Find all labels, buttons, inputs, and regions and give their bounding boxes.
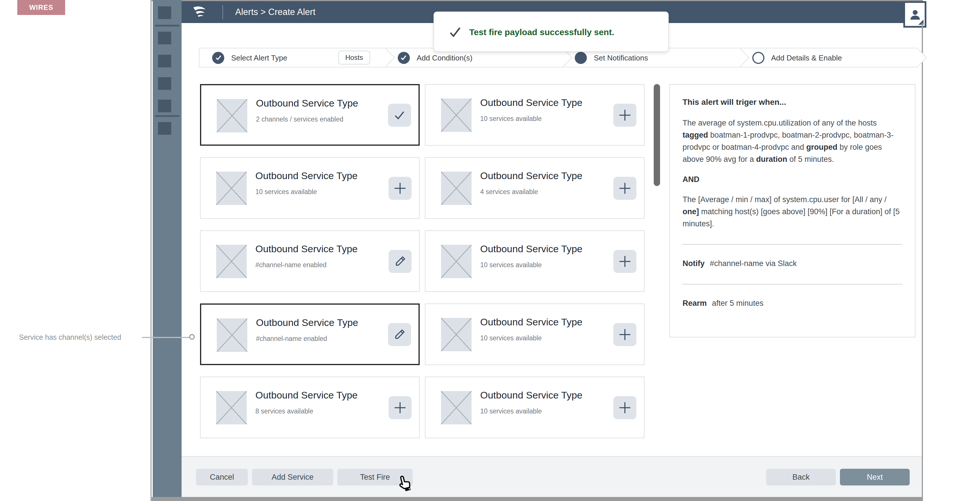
summary-and-label: AND <box>682 175 700 184</box>
service-card[interactable]: Outbound Service Type #channel-name enab… <box>200 303 420 365</box>
edit-button[interactable] <box>388 250 412 273</box>
plus-button[interactable] <box>613 323 636 346</box>
plus-button[interactable] <box>388 176 412 200</box>
image-placeholder <box>216 171 247 205</box>
service-card[interactable]: Outbound Service Type 4 services availab… <box>425 157 644 219</box>
service-card-title: Outbound Service Type <box>480 170 582 182</box>
plus-button[interactable] <box>613 103 636 127</box>
plus-button[interactable] <box>388 396 412 419</box>
service-card-title: Outbound Service Type <box>255 390 358 401</box>
service-card[interactable]: Outbound Service Type 10 services availa… <box>200 157 420 219</box>
pencil-icon <box>394 255 406 267</box>
check-icon <box>449 25 462 38</box>
sidebar-divider <box>155 25 179 27</box>
header-divider <box>223 5 223 19</box>
plus-button[interactable] <box>613 176 636 200</box>
add-service-button[interactable]: Add Service <box>252 468 333 485</box>
service-card-subtitle: 10 services available <box>480 115 542 122</box>
frame-left-border <box>150 0 152 501</box>
annotation-connector-dot <box>189 334 195 340</box>
wireframe-stage: WIRES Alerts > Create Alert <box>0 0 980 501</box>
step-label: Add Details & Enable <box>771 53 842 62</box>
solarwinds-logo-icon <box>191 4 207 20</box>
sidebar-nav-icon-placeholder[interactable] <box>158 6 171 19</box>
summary-heading: This alert will triger when... <box>682 96 902 108</box>
stepper-step[interactable]: Select Alert Type Hosts <box>199 48 385 67</box>
scrollbar-thumb[interactable] <box>654 84 660 186</box>
plus-button[interactable] <box>613 396 636 419</box>
next-button[interactable]: Next <box>840 468 910 485</box>
image-placeholder <box>216 245 247 278</box>
image-placeholder <box>216 391 247 425</box>
service-card-subtitle: 2 channels / services enabled <box>256 116 343 123</box>
image-placeholder <box>217 319 247 352</box>
frame-bottom-bar <box>152 497 923 501</box>
sidebar-nav-icon-placeholder[interactable] <box>158 122 171 135</box>
notify-label: Notify <box>682 259 705 268</box>
summary-divider <box>682 244 902 245</box>
service-card[interactable]: Outbound Service Type #channel-name enab… <box>200 230 420 292</box>
plus-icon <box>618 327 632 341</box>
step-status-icon <box>398 52 410 63</box>
plus-button[interactable] <box>613 250 636 273</box>
plus-icon <box>393 181 407 195</box>
plus-icon <box>393 401 407 414</box>
service-card[interactable]: Outbound Service Type 2 channels / servi… <box>200 84 420 146</box>
back-button[interactable]: Back <box>766 468 836 485</box>
footer-action-bar: Cancel Add Service Test Fire Back Next <box>181 456 922 497</box>
service-card-subtitle: #channel-name enabled <box>255 262 326 268</box>
sidebar-nav <box>153 0 181 501</box>
service-card-title: Outbound Service Type <box>255 244 358 255</box>
summary-condition-1: The average of system.cpu.utilization of… <box>682 117 902 165</box>
service-card[interactable]: Outbound Service Type 10 services availa… <box>425 230 644 292</box>
annotation-text: Service has channel(s) selected <box>19 332 146 343</box>
service-card-subtitle: 10 services available <box>480 408 542 415</box>
step-chip[interactable]: Hosts <box>338 51 370 65</box>
rearm-label: Rearm <box>682 299 707 308</box>
cancel-button[interactable]: Cancel <box>196 468 248 485</box>
image-placeholder <box>441 318 472 351</box>
service-card[interactable]: Outbound Service Type 10 services availa… <box>425 303 644 365</box>
stepper-step[interactable]: Add Details & Enable <box>739 48 916 67</box>
service-card-subtitle: #channel-name enabled <box>256 335 327 342</box>
image-placeholder <box>441 245 472 278</box>
service-card[interactable]: Outbound Service Type 10 services availa… <box>425 377 644 438</box>
service-card-title: Outbound Service Type <box>480 97 582 109</box>
check-button[interactable] <box>388 103 411 127</box>
service-card-title: Outbound Service Type <box>256 98 358 109</box>
service-card[interactable]: Outbound Service Type 8 services availab… <box>200 377 420 438</box>
sidebar-nav-icon-placeholder[interactable] <box>158 55 171 67</box>
step-label: Set Notifications <box>594 53 648 62</box>
frame-right-border <box>922 23 923 497</box>
service-card-subtitle: 8 services available <box>255 408 313 415</box>
image-placeholder <box>441 171 472 205</box>
edit-button[interactable] <box>388 323 411 346</box>
sidebar-divider <box>155 115 179 117</box>
service-card-title: Outbound Service Type <box>480 244 582 255</box>
sidebar-nav-icon-placeholder[interactable] <box>158 77 171 90</box>
service-card-subtitle: 10 services available <box>480 335 542 341</box>
plus-icon <box>618 181 632 195</box>
sidebar-nav-icon-placeholder[interactable] <box>158 32 171 44</box>
user-avatar-icon <box>908 8 921 21</box>
summary-divider <box>682 284 902 284</box>
rearm-value: after 5 minutes <box>712 299 764 308</box>
pencil-icon <box>393 328 406 340</box>
sidebar-nav-icon-placeholder[interactable] <box>158 100 171 112</box>
notify-value: #channel-name via Slack <box>710 259 797 268</box>
service-card-subtitle: 10 services available <box>480 262 542 268</box>
service-card-title: Outbound Service Type <box>480 390 582 401</box>
service-card[interactable]: Outbound Service Type 10 services availa… <box>425 84 644 146</box>
step-status-icon <box>752 52 764 63</box>
service-card-grid: Outbound Service Type 2 channels / servi… <box>200 84 644 438</box>
image-placeholder <box>441 391 472 425</box>
step-status-icon <box>575 52 587 63</box>
breadcrumb: Alerts > Create Alert <box>235 7 315 17</box>
step-label: Select Alert Type <box>231 53 287 62</box>
wires-badge: WIRES <box>17 0 65 15</box>
plus-icon <box>618 401 632 414</box>
user-menu-button[interactable] <box>903 1 926 28</box>
plus-icon <box>618 108 632 122</box>
step-status-icon <box>212 52 224 63</box>
summary-rearm-row: Rearmafter 5 minutes <box>682 297 902 309</box>
